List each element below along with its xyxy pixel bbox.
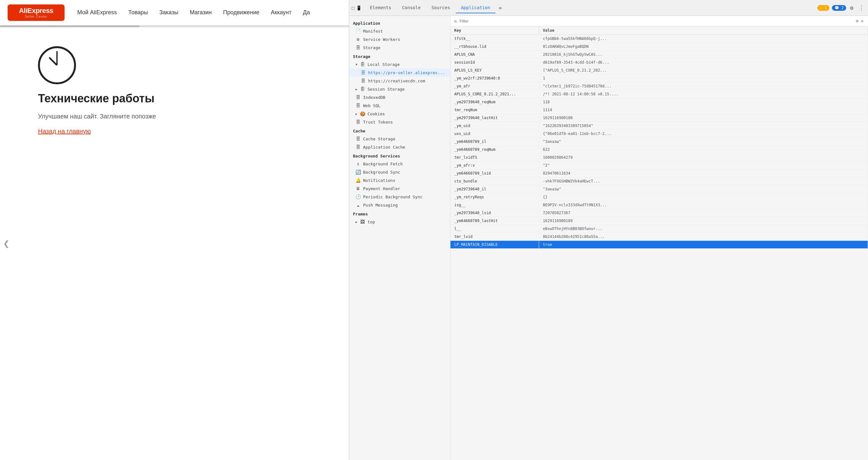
sidebar-item-pre-seller-url[interactable]: 🗄 https://pre-seller.aliexpres... [349,68,450,77]
cache-storage-icon: 🗄 [355,136,361,141]
device-icon[interactable]: 📱 [356,5,362,10]
table-row[interactable]: _ym29739640_reqNum 118 [451,98,868,106]
sidebar-item-top-frame[interactable]: ▶ 🖼 top [349,218,450,226]
push-messaging-icon: ☁ [355,202,361,207]
sidebar-item-bg-fetch[interactable]: ↕ Background Fetch [349,160,450,168]
table-row[interactable]: _ym_afr:v "2" [451,162,868,170]
sidebar-label-push-messaging: Push Messaging [363,203,398,207]
cell-key: _ym29739640_reqNum [451,98,539,106]
table-row[interactable]: APLUS_S_CORE_0.21.2_2021... /*! 2021-08-… [451,90,868,98]
table-row[interactable]: _ym29739640_lastHit 1629116980180 [451,114,868,122]
table-row[interactable]: uxs_uid {"06e01df0-ea01-11eb-bcc7-2... [451,130,868,138]
tab-console[interactable]: Console [397,3,426,13]
cookies-icon: 🍪 [360,111,365,116]
table-row[interactable]: __rtbhouse.lid 8lzDAKWQvLJmeFgaBQDN [451,43,868,51]
sidebar-label-pre-seller-url: https://pre-seller.aliexpres... [368,70,445,75]
more-options-icon[interactable]: ⋮ [857,3,865,12]
settings-icon[interactable]: ⚙ [849,3,855,12]
cell-value: 1629116980189 [539,217,868,225]
inspect-icon[interactable]: ⬚ [352,5,354,10]
sidebar-item-cache-storage[interactable]: 🗄 Cache Storage [349,135,450,143]
sidebar-item-creativecdn-url[interactable]: 🗄 https://creativecdn.com [349,77,450,85]
table-row[interactable]: APLUS_CNA 20210816_kjShGTwQyVwCAS... [451,51,868,59]
more-tabs-button[interactable]: » [496,3,504,12]
cell-key: _ym29739640_lastHit [451,114,539,122]
sidebar-label-local-storage: Local Storage [368,62,400,67]
cell-value: "clxtmr1_jb972ic-75d845170d... [539,82,868,90]
table-row[interactable]: cto_bundle -vhk7F9GSHBWZVk4aHEwcT... [451,177,868,185]
tab-application[interactable]: Application [456,3,495,13]
cell-key: _ym29739640_il [451,185,539,193]
table-row[interactable]: tmr_lvidTS 1608029864279 [451,154,868,162]
filter-block-icon[interactable]: ⊘ [855,18,859,24]
session-storage-icon: 🗄 [360,86,365,91]
logo-main-text: AliExpress [19,7,54,15]
manifest-icon: 📄 [355,29,361,34]
nav-item-orders[interactable]: Заказы [159,9,178,16]
table-row[interactable]: _ym29739640_il "Заказы" [451,185,868,193]
sidebar-item-manifest[interactable]: 📄 Manifest [349,27,450,35]
devtools-content: Application 📄 Manifest ⚙ Service Workers… [349,16,868,460]
table-row[interactable]: tmr_reqNum 1114 [451,106,868,114]
table-row[interactable]: tmr_lvid 8b24144b208c42951c88a55a... [451,233,868,241]
sidebar-item-periodic-bg-sync[interactable]: 🕐 Periodic Background Sync [349,193,450,201]
logo[interactable]: AliExpress Seller Center [8,4,65,21]
sidebar-label-service-workers: Service Workers [363,37,400,42]
left-arrow-button[interactable]: ❮ [0,234,13,253]
filter-input[interactable] [459,19,852,24]
cell-value: 829470611634 [539,170,868,177]
indexeddb-icon: 🗄 [355,95,361,100]
cell-value: cfpGBb6-twa55kfHNA66bpQ-j... [539,35,868,42]
table-row[interactable]: sessionId d619af89-3543-4cdd-b14f-d6... [451,59,868,66]
refresh-icon[interactable]: ↻ [454,18,457,24]
sidebar-item-local-storage[interactable]: ▼ 🗄 Local Storage [349,60,450,68]
nav-item-extra[interactable]: Да [303,9,310,16]
sidebar-header-storage: Storage [349,52,450,60]
cell-key: _ym_afr [451,82,539,90]
cell-value: /*! 2021-08-12 14:00:58 v8.15.... [539,90,868,98]
back-to-home-link[interactable]: Назад на главную [38,128,156,135]
nav-item-goods[interactable]: Товары [128,9,148,16]
table-row[interactable]: isg__ BE9PIV-nclx333dXwdTt9N1X3... [451,201,868,209]
table-row[interactable]: tfstk__ cfpGBb6-twa55kfHNA66bpQ-j... [451,35,868,43]
table-row[interactable]: _ym64660789_lsid 829470611634 [451,170,868,177]
sidebar-item-bg-sync[interactable]: 🔄 Background Sync [349,168,450,176]
cell-key: tmr_lvid [451,233,539,240]
devtools-tabs-bar: ⬚ 📱 Elements Console Sources Application… [349,0,868,16]
nav-item-my-aliexpress[interactable]: Мой AliExpress [77,9,117,16]
table-row[interactable]: _ym64660789_reqNum 622 [451,146,868,154]
maintenance-title: Технические работы [38,92,156,105]
table-row[interactable]: l__ eBxwOThnjHYn8B03BOfwour... [451,225,868,233]
filter-clear-icon[interactable]: ✕ [860,18,864,24]
top-frame-icon: 🖼 [360,219,365,224]
sidebar-item-push-messaging[interactable]: ☁ Push Messaging [349,201,450,209]
bg-fetch-icon: ↕ [355,161,361,166]
nav-item-account[interactable]: Аккаунт [271,9,291,16]
table-row[interactable]: _ym_wv2rf:29739640:0 1 [451,75,868,82]
cell-value: -vhk7F9GSHBWZVk4aHEwcT... [539,177,868,185]
nav-item-store[interactable]: Магазин [190,9,212,16]
table-row[interactable]: _ym_uid "16226393483389715054" [451,122,868,130]
table-row[interactable]: LP_MAINTAIN_DISABLE true [451,241,868,249]
sidebar-item-service-workers[interactable]: ⚙ Service Workers [349,35,450,44]
sidebar-item-application-cache[interactable]: 🗄 Application Cache [349,143,450,151]
sidebar-item-storage[interactable]: 🗄 Storage [349,44,450,52]
table-row[interactable]: _ym64660789_lastHit 1629116980189 [451,217,868,225]
expand-icon-session-storage: ▶ [355,87,358,91]
nav-item-promo[interactable]: Продвижение [223,9,259,16]
tab-sources[interactable]: Sources [426,3,455,13]
sidebar-item-session-storage[interactable]: ▶ 🗄 Session Storage [349,85,450,93]
sidebar-label-trust-tokens: Trust Tokens [363,120,393,124]
table-row[interactable]: _ym_afr "clxtmr1_jb972ic-75d845170d... [451,82,868,90]
tab-elements[interactable]: Elements [365,3,396,13]
sidebar-item-notifications[interactable]: 🔔 Notifications [349,176,450,184]
sidebar-item-indexeddb[interactable]: 🗄 IndexedDB [349,93,450,102]
sidebar-item-payment-handler[interactable]: 🖥 Payment Handler [349,184,450,193]
sidebar-item-websql[interactable]: 🗄 Web SQL [349,102,450,110]
table-row[interactable]: _ym_retryReqs {} [451,193,868,201]
table-row[interactable]: APLUS_LS_KEY ["APLUS_S_CORE_0.21.2_202..… [451,66,868,75]
sidebar-item-cookies[interactable]: ▶ 🍪 Cookies [349,110,450,118]
table-row[interactable]: _ym64660789_il "Заказы" [451,138,868,146]
table-row[interactable]: _ym29739640_lsid 720785027367 [451,209,868,217]
sidebar-item-trust-tokens[interactable]: 🗄 Trust Tokens [349,118,450,126]
